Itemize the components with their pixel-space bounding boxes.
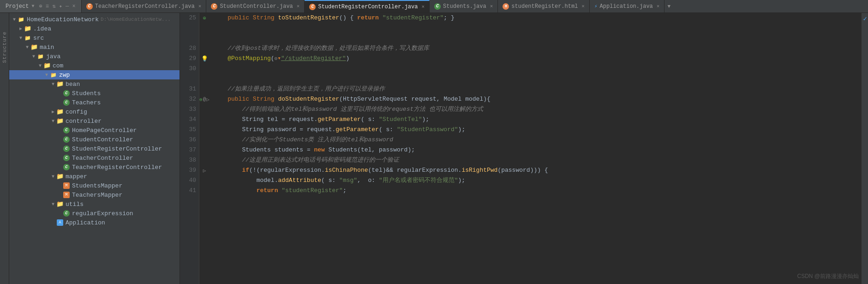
gutter-line-35	[199, 125, 210, 135]
controller-label: controller	[66, 118, 102, 125]
tree-student-reg-ctrl[interactable]: ▶ C StudentRegisterController	[9, 144, 180, 153]
tree-bean[interactable]: ▼ 📁 bean	[9, 79, 180, 89]
tab-close-teacher-register[interactable]: ×	[198, 4, 202, 9]
idea-arrow: ▶	[18, 26, 24, 31]
tree-zwp[interactable]: ▼ 📁 zwp	[9, 70, 180, 79]
utils-label: utils	[66, 201, 84, 208]
java-label: java	[46, 53, 60, 60]
bean-folder-arrow: ▼	[50, 82, 56, 87]
tree-config[interactable]: ▶ 📁 config	[9, 107, 180, 116]
editor-gutter: ⊕ 💡 ⊕@▷ ▷	[199, 13, 210, 284]
tree-teachers-mapper[interactable]: ▶ M TeachersMapper	[9, 190, 180, 199]
tree-com[interactable]: ▼ 📁 com	[9, 61, 180, 70]
tree-idea[interactable]: ▶ 📁 .idea	[9, 24, 180, 33]
zwp-label: zwp	[59, 72, 70, 79]
gutter-line-38	[199, 155, 210, 165]
gutter-line-34	[199, 115, 210, 125]
tree-student-ctrl[interactable]: ▶ C StudentController	[9, 135, 180, 144]
tree-mapper[interactable]: ▼ 📁 mapper	[9, 172, 180, 181]
bean-label: bean	[66, 81, 80, 88]
gutter-line-31	[199, 84, 210, 94]
tree-root[interactable]: ▼ 📁 HomeEducationNetwork D:\HomeEducatio…	[9, 15, 180, 24]
tab-student-register-html[interactable]: H studentRegister.html ×	[498, 0, 590, 12]
tree-teacher-ctrl[interactable]: ▶ C TeacherController	[9, 153, 180, 163]
code-line-39: if(!(regularExpression.isChinaPhone(tel)…	[213, 165, 858, 175]
tree-students[interactable]: ▶ C Students	[9, 89, 180, 98]
code-line-40: model.addAttribute( s: "msg", o: "用户名或者密…	[213, 175, 858, 186]
java-folder-icon: 📁	[37, 53, 44, 60]
code-line-28: //收到post请求时，处理接收到的数据，处理后如果符合条件，写入数据库	[213, 43, 858, 54]
gutter-line-36	[199, 135, 210, 145]
tab-close-application[interactable]: ×	[657, 4, 660, 9]
teachers-mapper-label: TeachersMapper	[72, 192, 122, 199]
code-line-29: @PostMapping(⊙▾"/studentRegister")	[213, 54, 858, 64]
tree-application[interactable]: ▶ A Application	[9, 218, 180, 227]
tab-application-java[interactable]: ⚡ Application.java ×	[590, 0, 664, 12]
code-line-31: //如果注册成功，返回到学生主页，用户进行可以登录操作	[213, 84, 858, 94]
tab-icon-student-register: C	[309, 4, 316, 10]
tab-icon-student-controller: C	[211, 3, 217, 10]
main-arrow: ▼	[24, 45, 30, 50]
teacher-ctrl-icon: C	[63, 154, 70, 162]
code-lines-container[interactable]: public String toStudentRegister() { retu…	[210, 13, 862, 284]
code-line-36: //实例化一个Students类 注入得到的tel和password	[213, 135, 858, 145]
idea-folder-icon: 📁	[24, 25, 31, 32]
com-folder-icon: 📁	[43, 62, 51, 69]
check-mark-icon: ✓	[863, 15, 867, 23]
tree-utils[interactable]: ▼ 📁 utils	[9, 199, 180, 209]
zwp-folder-icon: 📁	[50, 71, 57, 79]
src-arrow: ▼	[18, 36, 24, 41]
zwp-arrow: ▼	[43, 73, 50, 78]
tab-student-register[interactable]: C StudentRegisterController.java ×	[305, 0, 430, 12]
tab-icon-teacher-register: C	[86, 3, 93, 10]
tree-teachers[interactable]: ▶ C Teachers	[9, 98, 180, 107]
students-mapper-label: StudentsMapper	[72, 182, 122, 189]
tab-close-html[interactable]: ×	[581, 4, 585, 9]
src-label: src	[33, 35, 44, 42]
code-line-33: //得到前端输入的tel和password 这里可以用传统的request方法 …	[213, 104, 858, 115]
tree-main[interactable]: ▼ 📁 main	[9, 42, 180, 52]
gutter-line-40	[199, 175, 210, 186]
code-line-32: public String doStudentRegister(HttpServ…	[213, 94, 858, 104]
project-tab-icons: ⊕ ≡ ⇅ ✦ — ×	[39, 3, 75, 10]
code-area: 25 28 29 30 31 32 33 34 35 36 37 38 39 4…	[180, 13, 868, 284]
config-arrow: ▶	[50, 109, 56, 115]
project-tab[interactable]: Project ▼ ⊕ ≡ ⇅ ✦ — ×	[0, 0, 82, 12]
structure-label: Structure	[2, 31, 7, 63]
gutter-line-30	[199, 64, 210, 74]
tab-close-students-java[interactable]: ×	[490, 4, 493, 9]
tab-close-student-register[interactable]: ×	[421, 4, 425, 10]
tab-overflow[interactable]: ▼	[664, 0, 673, 12]
code-line-26	[213, 23, 858, 33]
tab-label-student-register: StudentRegisterController.java	[318, 4, 418, 10]
tree-java[interactable]: ▼ 📁 java	[9, 52, 180, 61]
config-folder-icon: 📁	[56, 108, 64, 115]
students-label: Students	[72, 90, 101, 97]
tab-student-controller[interactable]: C StudentController.java ×	[206, 0, 305, 12]
tab-students-java[interactable]: C Students.java ×	[430, 0, 498, 12]
mapper-label: mapper	[66, 173, 87, 180]
code-line-25: public String toStudentRegister() { retu…	[213, 13, 858, 23]
code-line-30b	[213, 74, 858, 84]
java-arrow: ▼	[30, 54, 37, 59]
tab-teacher-register[interactable]: C TeacherRegisterController.java ×	[82, 0, 207, 12]
tab-close-student-controller[interactable]: ×	[297, 4, 300, 9]
code-editor[interactable]: 25 28 29 30 31 32 33 34 35 36 37 38 39 4…	[180, 13, 868, 284]
teachers-label: Teachers	[72, 99, 101, 106]
com-label: com	[53, 62, 63, 69]
tree-teacher-reg-ctrl[interactable]: ▶ C TeacherRegisterController	[9, 163, 180, 172]
root-label: HomeEducationNetwork	[27, 16, 99, 23]
src-folder-icon: 📁	[24, 34, 31, 42]
tree-students-mapper[interactable]: ▶ M StudentsMapper	[9, 181, 180, 190]
tree-src[interactable]: ▼ 📁 src	[9, 33, 180, 42]
tree-controller[interactable]: ▼ 📁 controller	[9, 116, 180, 126]
gutter-line-28	[199, 43, 210, 54]
tree-homepage-ctrl[interactable]: ▶ C HomePageController	[9, 126, 180, 135]
code-line-27	[213, 33, 858, 43]
root-arrow: ▼	[11, 17, 18, 22]
tree-regular-expression[interactable]: ▶ C regularExpression	[9, 209, 180, 218]
students-icon: C	[63, 90, 70, 97]
project-sidebar[interactable]: ▼ 📁 HomeEducationNetwork D:\HomeEducatio…	[9, 13, 180, 284]
tab-label-student-controller: StudentController.java	[220, 3, 293, 10]
gutter-line-41	[199, 186, 210, 196]
